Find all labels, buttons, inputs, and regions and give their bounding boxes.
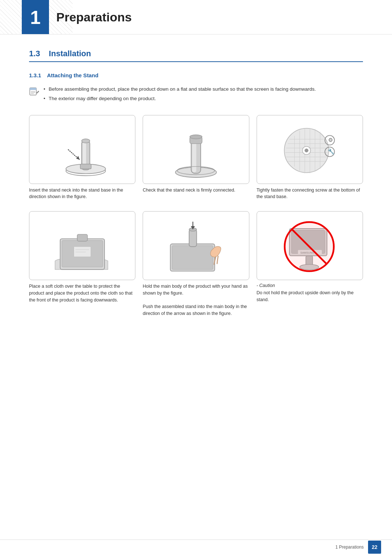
image-box-2 xyxy=(143,115,249,184)
svg-rect-13 xyxy=(80,164,91,169)
main-content: 1.3 Installation 1.3.1 Attaching the Sta… xyxy=(0,34,392,357)
chapter-number-box: 1 xyxy=(22,0,49,34)
image-grid-row1: Insert the stand neck into the stand bas… xyxy=(29,115,363,201)
svg-point-34 xyxy=(305,149,308,152)
svg-rect-16 xyxy=(192,140,196,172)
image-box-5 xyxy=(143,211,249,280)
image-card-5: Hold the main body of the product with y… xyxy=(143,211,249,317)
image-card-2: Check that the stand neck is firmly conn… xyxy=(143,115,249,201)
image-caption-3: Tightly fasten the connecting screw at t… xyxy=(257,187,363,201)
image-caption-2: Check that the stand neck is firmly conn… xyxy=(143,187,249,194)
caution-label: - Caution Do not hold the product upside… xyxy=(257,283,363,303)
notes-area: Before assembling the product, place the… xyxy=(29,86,363,105)
svg-rect-1 xyxy=(30,88,36,90)
section-title: Installation xyxy=(49,49,91,58)
image-card-1: Insert the stand neck into the stand bas… xyxy=(29,115,135,201)
svg-marker-12 xyxy=(76,156,79,159)
svg-point-10 xyxy=(82,139,90,143)
footer-page-number: 22 xyxy=(368,541,381,554)
image-box-4 xyxy=(29,211,135,280)
image-card-4: Place a soft cloth over the table to pro… xyxy=(29,211,135,317)
svg-rect-41 xyxy=(77,234,87,241)
image-box-3: ⚙ 🔧 xyxy=(257,115,363,184)
header-bar: 1 Preparations xyxy=(0,0,392,34)
note-icon xyxy=(29,86,39,97)
image-caption-4: Place a soft cloth over the table to pro… xyxy=(29,283,135,303)
svg-rect-47 xyxy=(189,230,197,247)
image-box-6: SAMSUNG xyxy=(257,211,363,280)
image-card-3: ⚙ 🔧 Tightly fasten the connecting screw … xyxy=(257,115,363,201)
image-card-6: SAMSUNG - Caution Do not hold the produc… xyxy=(257,211,363,317)
footer-text: 1 Preparations xyxy=(335,545,364,550)
svg-text:⚙: ⚙ xyxy=(328,137,332,143)
notes-list: Before assembling the product, place the… xyxy=(44,86,316,105)
svg-marker-5 xyxy=(36,91,39,94)
page-footer: 1 Preparations 22 xyxy=(0,539,392,554)
svg-text:🔧: 🔧 xyxy=(327,148,334,155)
image-caption-6: Do not hold the product upside down only… xyxy=(257,290,363,303)
image-box-1 xyxy=(29,115,135,184)
note-bullet-2: The exterior may differ depending on the… xyxy=(44,95,316,102)
section-header: 1.3 Installation xyxy=(29,49,363,62)
section-number: 1.3 xyxy=(29,49,40,58)
subsection-number: 1.3.1 xyxy=(29,72,41,78)
image-grid-row2: Place a soft cloth over the table to pro… xyxy=(29,211,363,317)
note-bullet-1: Before assembling the product, place the… xyxy=(44,86,316,93)
svg-rect-42 xyxy=(74,247,91,257)
image-caption-1: Insert the stand neck into the stand bas… xyxy=(29,187,135,201)
chapter-number: 1 xyxy=(30,7,41,28)
subsection-header: 1.3.1 Attaching the Stand xyxy=(29,72,363,78)
subsection-title: Attaching the Stand xyxy=(47,72,98,78)
svg-rect-46 xyxy=(172,246,213,270)
image-caption-5: Hold the main body of the product with y… xyxy=(143,283,249,317)
svg-point-18 xyxy=(190,135,202,139)
chapter-title: Preparations xyxy=(56,10,132,24)
